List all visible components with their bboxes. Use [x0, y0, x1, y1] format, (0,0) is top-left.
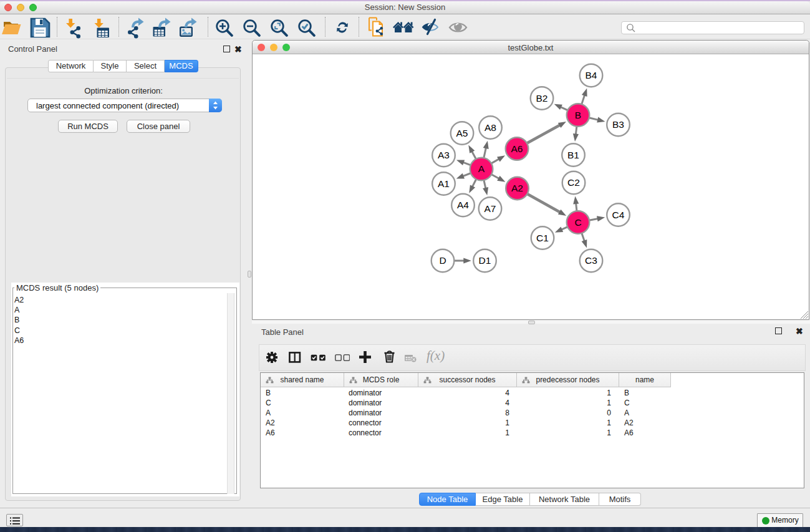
svg-text:A5: A5	[456, 128, 468, 138]
svg-text:C: C	[574, 217, 581, 228]
svg-text:A7: A7	[485, 203, 496, 214]
svg-text:B: B	[575, 110, 581, 120]
svg-text:C3: C3	[585, 255, 597, 266]
svg-text:A2: A2	[511, 183, 523, 193]
svg-text:A1: A1	[438, 178, 450, 189]
svg-text:C1: C1	[536, 233, 549, 243]
svg-text:D: D	[439, 255, 446, 266]
svg-text:A: A	[478, 163, 485, 174]
svg-text:C4: C4	[612, 210, 625, 220]
svg-text:B3: B3	[612, 119, 624, 130]
svg-text:D1: D1	[479, 255, 491, 266]
svg-text:A6: A6	[511, 143, 523, 154]
svg-text:A8: A8	[485, 122, 496, 133]
svg-text:A4: A4	[457, 200, 469, 210]
svg-text:A3: A3	[438, 150, 450, 160]
svg-text:C2: C2	[567, 177, 580, 188]
svg-text:B2: B2	[536, 93, 548, 104]
svg-text:B4: B4	[586, 70, 597, 80]
svg-text:B1: B1	[567, 150, 579, 160]
